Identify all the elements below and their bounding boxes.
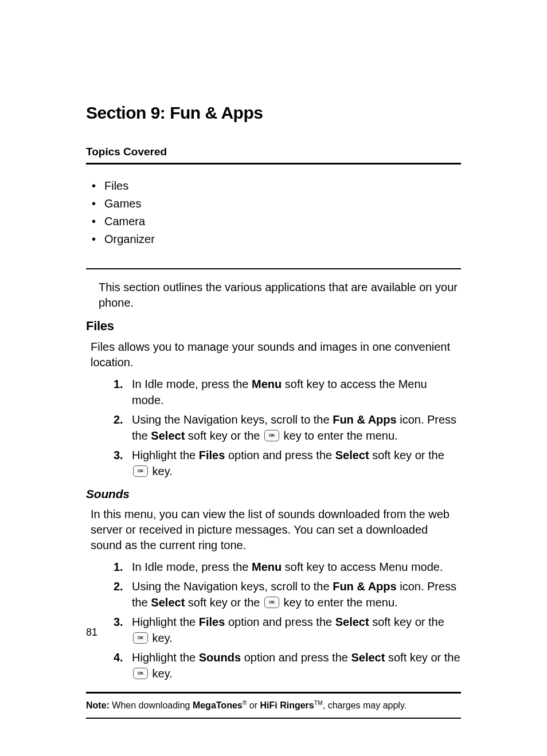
step-text: key. <box>149 667 173 680</box>
note-body: or <box>247 700 260 710</box>
step-item: 1. In Idle mode, press the Menu soft key… <box>114 559 461 575</box>
divider <box>86 692 461 694</box>
step-number: 2. <box>114 578 123 594</box>
note-text: Note: When downloading MegaTones® or HiF… <box>86 699 461 712</box>
step-number: 2. <box>114 412 123 428</box>
step-text: soft key or the <box>369 616 444 628</box>
step-bold: Sounds <box>199 651 241 664</box>
step-text: option and press the <box>225 449 335 461</box>
step-item: 4. Highlight the Sounds option and press… <box>114 649 461 681</box>
files-steps: 1. In Idle mode, press the Menu soft key… <box>86 376 461 479</box>
step-bold: Menu <box>252 561 282 573</box>
step-text: soft key or the <box>385 651 460 664</box>
step-bold: Select <box>335 616 369 628</box>
step-text: soft key to access Menu mode. <box>282 561 443 573</box>
step-text: key to enter the menu. <box>280 429 398 442</box>
list-item: Camera <box>104 213 461 230</box>
step-item: 1. In Idle mode, press the Menu soft key… <box>114 376 461 408</box>
step-text: key. <box>149 465 173 477</box>
step-text: In Idle mode, press the <box>132 561 252 573</box>
step-text: Using the Navigation keys, scroll to the <box>132 580 333 593</box>
step-text: key. <box>149 632 173 644</box>
step-bold: Menu <box>252 378 282 390</box>
step-item: 3. Highlight the Files option and press … <box>114 447 461 479</box>
step-bold: Fun & Apps <box>333 580 396 593</box>
sounds-steps: 1. In Idle mode, press the Menu soft key… <box>86 559 461 681</box>
step-text: option and press the <box>225 616 335 628</box>
step-item: 2. Using the Navigation keys, scroll to … <box>114 578 461 610</box>
step-number: 3. <box>114 614 123 630</box>
divider <box>86 268 461 269</box>
step-bold: Select <box>151 429 185 442</box>
step-bold: Fun & Apps <box>333 413 396 426</box>
step-number: 3. <box>114 447 123 463</box>
ok-key-icon <box>133 632 148 644</box>
ok-key-icon <box>264 597 279 608</box>
note-label: Note: <box>86 700 110 710</box>
note-bold: MegaTones <box>193 700 243 710</box>
step-text: soft key or the <box>185 429 263 442</box>
step-text: key to enter the menu. <box>280 596 398 609</box>
note-body: , charges may apply. <box>323 700 407 710</box>
step-bold: Files <box>199 449 225 461</box>
step-text: soft key or the <box>185 596 263 609</box>
step-text: Highlight the <box>132 449 199 461</box>
note-body: When downloading <box>110 700 193 710</box>
files-heading: Files <box>86 319 461 334</box>
list-item: Files <box>104 177 461 195</box>
list-item: Games <box>104 195 461 213</box>
ok-key-icon <box>133 668 148 679</box>
note-sup: TM <box>314 700 323 706</box>
page-number: 81 <box>86 626 97 639</box>
step-bold: Files <box>199 616 225 628</box>
step-item: 3. Highlight the Files option and press … <box>114 614 461 646</box>
step-number: 1. <box>114 559 123 575</box>
step-bold: Select <box>335 449 369 461</box>
ok-key-icon <box>264 430 279 441</box>
step-text: soft key or the <box>369 449 444 461</box>
intro-text: This section outlines the various applic… <box>86 280 461 311</box>
topics-list: Files Games Camera Organizer <box>86 177 461 248</box>
sounds-intro: In this menu, you can view the list of s… <box>86 507 461 553</box>
step-text: Using the Navigation keys, scroll to the <box>132 413 333 426</box>
files-intro: Files allows you to manage your sounds a… <box>86 339 461 370</box>
section-title: Section 9: Fun & Apps <box>86 103 461 123</box>
step-text: option and press the <box>241 651 351 664</box>
divider <box>86 163 461 164</box>
list-item: Organizer <box>104 230 461 248</box>
note-bold: HiFi Ringers <box>260 700 314 710</box>
step-number: 4. <box>114 649 123 665</box>
step-bold: Select <box>351 651 385 664</box>
ok-key-icon <box>133 465 148 477</box>
topics-heading: Topics Covered <box>86 146 461 158</box>
step-text: In Idle mode, press the <box>132 378 252 390</box>
step-item: 2. Using the Navigation keys, scroll to … <box>114 412 461 444</box>
step-text: Highlight the <box>132 651 199 664</box>
step-bold: Select <box>151 596 185 609</box>
sounds-heading: Sounds <box>86 487 461 501</box>
step-text: Highlight the <box>132 616 199 628</box>
step-number: 1. <box>114 376 123 392</box>
divider <box>86 718 461 719</box>
